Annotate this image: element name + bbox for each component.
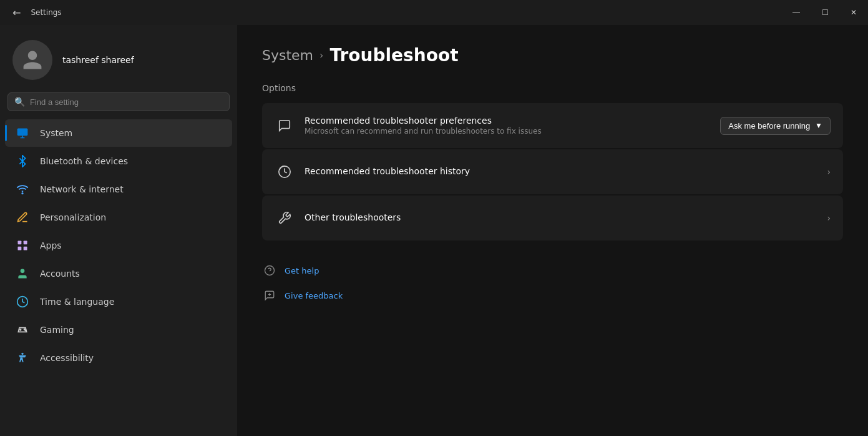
sidebar-item-bluetooth[interactable]: Bluetooth & devices [5,147,232,175]
search-icon: 🔍 [14,97,25,107]
setting-card-recommended-prefs[interactable]: Recommended troubleshooter preferences M… [262,103,843,148]
setting-card-recommended-history[interactable]: Recommended troubleshooter history › [262,149,843,194]
breadcrumb-system[interactable]: System [262,47,313,63]
sidebar-item-label-personalization: Personalization [40,212,106,222]
sidebar-item-label-time: Time & language [40,297,114,307]
app-body: tashreef shareef 🔍 System Bluetooth & de… [0,25,868,436]
svg-point-3 [22,193,23,194]
breadcrumb-chevron: › [319,49,323,61]
system-icon [15,126,30,141]
svg-point-14 [21,353,23,355]
sidebar-item-personalization[interactable]: Personalization [5,204,232,231]
setting-card-content-recommended-history: Recommended troubleshooter history [305,166,817,177]
settings-list: Recommended troubleshooter preferences M… [262,103,843,240]
sidebar-nav: System Bluetooth & devices Network & int… [0,119,237,372]
sidebar-item-gaming[interactable]: Gaming [5,316,232,344]
sidebar-item-label-bluetooth: Bluetooth & devices [40,156,128,166]
accounts-icon [15,266,30,281]
svg-rect-6 [18,247,22,250]
maximize-button[interactable]: ☐ [811,0,839,25]
search-box: 🔍 [7,92,230,111]
gaming-icon [15,322,30,337]
chevron-right-icon: › [827,167,831,177]
setting-card-action-recommended-prefs: Ask me before running ▼ [720,117,831,135]
setting-card-content-recommended-prefs: Recommended troubleshooter preferences M… [305,116,710,136]
dropdown-recommended-prefs[interactable]: Ask me before running ▼ [720,117,831,135]
sidebar-item-label-gaming: Gaming [40,325,74,335]
sidebar-item-label-system: System [40,128,72,138]
sidebar-item-label-apps: Apps [40,240,62,250]
svg-rect-4 [18,241,22,245]
search-container: 🔍 [0,92,237,119]
user-name: tashreef shareef [62,55,134,65]
bluetooth-icon [15,154,30,169]
sidebar-item-time[interactable]: Time & language [5,288,232,315]
sidebar-item-apps[interactable]: Apps [5,232,232,259]
apps-icon [15,238,30,253]
other-troubleshooters-icon [275,208,295,228]
sidebar: tashreef shareef 🔍 System Bluetooth & de… [0,25,237,436]
setting-card-title-recommended-prefs: Recommended troubleshooter preferences [305,116,710,126]
setting-card-content-other-troubleshooters: Other troubleshooters [305,212,817,224]
svg-rect-5 [24,241,27,245]
sidebar-item-label-accessibility: Accessibility [40,353,94,363]
minimize-button[interactable]: — [782,0,811,25]
sidebar-item-accessibility[interactable]: Accessibility [5,344,232,372]
setting-card-other-troubleshooters[interactable]: Other troubleshooters › [262,196,843,240]
personalization-icon [15,210,30,225]
sidebar-item-accounts[interactable]: Accounts [5,260,232,287]
titlebar: ← Settings — ☐ ✕ [0,0,868,25]
titlebar-title: Settings [31,8,61,17]
search-input[interactable] [30,97,223,107]
titlebar-left: ← Settings [7,4,62,21]
page-title: Troubleshoot [329,45,458,66]
get-help-icon [262,263,277,278]
user-profile[interactable]: tashreef shareef [0,25,237,92]
time-icon [15,294,30,309]
footer-link-label-get-help: Get help [285,266,319,275]
footer-links: Get help Give feedback [262,260,843,305]
svg-point-8 [21,269,25,274]
dropdown-value-recommended-prefs: Ask me before running [728,121,810,131]
sidebar-item-label-accounts: Accounts [40,269,80,279]
recommended-prefs-icon [275,116,295,136]
footer-link-give-feedback[interactable]: Give feedback [262,285,343,305]
give-feedback-icon [262,288,277,303]
sidebar-item-system[interactable]: System [5,119,232,147]
chevron-right-icon: › [827,213,831,223]
avatar [12,40,52,80]
setting-card-title-recommended-history: Recommended troubleshooter history [305,166,817,176]
close-button[interactable]: ✕ [839,0,868,25]
setting-card-action-other-troubleshooters: › [827,213,831,223]
options-heading: Options [262,83,843,93]
svg-rect-0 [17,129,28,136]
breadcrumb: System › Troubleshoot [262,45,843,66]
content-area: System › Troubleshoot Options Recommende… [237,25,868,436]
setting-card-desc-recommended-prefs: Microsoft can recommend and run troubles… [305,127,710,136]
svg-rect-7 [24,247,27,250]
setting-card-action-recommended-history: › [827,167,831,177]
titlebar-controls: — ☐ ✕ [782,0,868,25]
accessibility-icon [15,350,30,365]
footer-link-label-give-feedback: Give feedback [285,291,343,300]
sidebar-item-label-network: Network & internet [40,184,124,194]
chevron-down-icon: ▼ [815,121,822,130]
avatar-icon [21,49,44,71]
back-button[interactable]: ← [7,4,26,21]
recommended-history-icon [275,162,295,182]
sidebar-item-network[interactable]: Network & internet [5,176,232,203]
svg-point-16 [265,266,275,275]
setting-card-title-other-troubleshooters: Other troubleshooters [305,212,817,222]
network-icon [15,182,30,197]
footer-link-get-help[interactable]: Get help [262,260,319,280]
